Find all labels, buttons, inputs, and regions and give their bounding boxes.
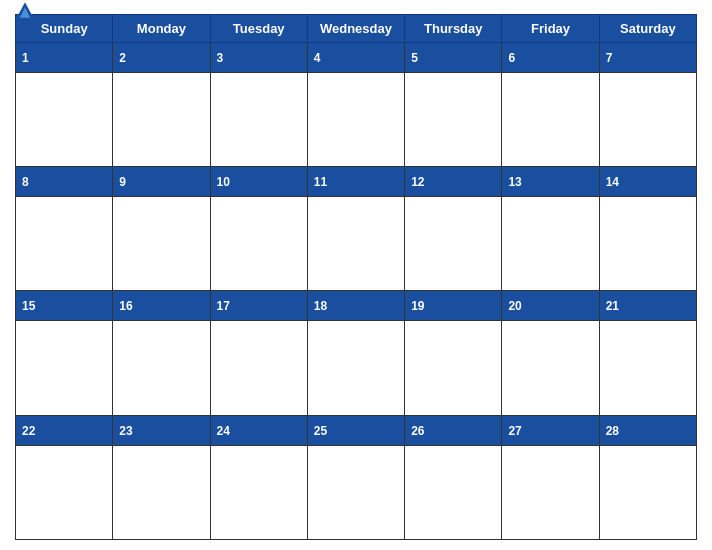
logo [15,1,39,19]
day-number-8: 8 [22,175,29,189]
date-cell-21: 21 [599,291,696,321]
content-cell-week3-day6 [599,321,696,415]
date-cell-18: 18 [307,291,404,321]
date-cell-26: 26 [405,415,502,445]
day-number-20: 20 [508,299,521,313]
date-cell-24: 24 [210,415,307,445]
date-cell-5: 5 [405,43,502,73]
date-cell-12: 12 [405,167,502,197]
day-number-25: 25 [314,424,327,438]
date-cell-3: 3 [210,43,307,73]
content-cell-week1-day1 [113,72,210,166]
content-cell-week4-day0 [16,445,113,539]
content-cell-week3-day0 [16,321,113,415]
day-number-7: 7 [606,51,613,65]
content-cell-week3-day4 [405,321,502,415]
content-cell-week3-day1 [113,321,210,415]
day-number-10: 10 [217,175,230,189]
content-cell-week2-day3 [307,197,404,291]
date-cell-27: 27 [502,415,599,445]
content-cell-week3-day3 [307,321,404,415]
content-row-1 [16,72,697,166]
content-cell-week2-day4 [405,197,502,291]
day-number-15: 15 [22,299,35,313]
day-number-27: 27 [508,424,521,438]
content-cell-week1-day3 [307,72,404,166]
day-number-16: 16 [119,299,132,313]
day-header-thursday: Thursday [405,15,502,43]
day-number-23: 23 [119,424,132,438]
content-cell-week4-day2 [210,445,307,539]
day-number-24: 24 [217,424,230,438]
date-cell-17: 17 [210,291,307,321]
day-number-6: 6 [508,51,515,65]
days-header-row: SundayMondayTuesdayWednesdayThursdayFrid… [16,15,697,43]
day-number-28: 28 [606,424,619,438]
date-cell-25: 25 [307,415,404,445]
date-cell-8: 8 [16,167,113,197]
content-row-3 [16,321,697,415]
content-row-4 [16,445,697,539]
content-cell-week1-day6 [599,72,696,166]
date-row-2: 891011121314 [16,167,697,197]
day-number-13: 13 [508,175,521,189]
date-cell-7: 7 [599,43,696,73]
content-cell-week4-day1 [113,445,210,539]
date-row-4: 22232425262728 [16,415,697,445]
content-cell-week2-day0 [16,197,113,291]
day-number-3: 3 [217,51,224,65]
day-header-wednesday: Wednesday [307,15,404,43]
calendar-table: SundayMondayTuesdayWednesdayThursdayFrid… [15,14,697,540]
content-cell-week2-day1 [113,197,210,291]
day-header-friday: Friday [502,15,599,43]
day-number-11: 11 [314,175,327,189]
content-row-2 [16,197,697,291]
day-number-21: 21 [606,299,619,313]
date-cell-16: 16 [113,291,210,321]
date-cell-2: 2 [113,43,210,73]
date-cell-4: 4 [307,43,404,73]
date-cell-22: 22 [16,415,113,445]
date-cell-9: 9 [113,167,210,197]
content-cell-week4-day3 [307,445,404,539]
content-cell-week1-day5 [502,72,599,166]
date-cell-19: 19 [405,291,502,321]
day-number-26: 26 [411,424,424,438]
date-cell-15: 15 [16,291,113,321]
day-number-2: 2 [119,51,126,65]
date-cell-10: 10 [210,167,307,197]
day-header-tuesday: Tuesday [210,15,307,43]
day-number-4: 4 [314,51,321,65]
day-header-monday: Monday [113,15,210,43]
day-number-18: 18 [314,299,327,313]
content-cell-week3-day2 [210,321,307,415]
content-cell-week1-day2 [210,72,307,166]
day-number-22: 22 [22,424,35,438]
content-cell-week1-day0 [16,72,113,166]
date-cell-28: 28 [599,415,696,445]
content-cell-week4-day5 [502,445,599,539]
date-row-3: 15161718192021 [16,291,697,321]
day-number-1: 1 [22,51,29,65]
content-cell-week2-day5 [502,197,599,291]
content-cell-week2-day2 [210,197,307,291]
date-cell-14: 14 [599,167,696,197]
day-number-19: 19 [411,299,424,313]
content-cell-week3-day5 [502,321,599,415]
logo-icon [15,1,35,19]
day-number-5: 5 [411,51,418,65]
date-cell-23: 23 [113,415,210,445]
content-cell-week2-day6 [599,197,696,291]
content-cell-week1-day4 [405,72,502,166]
day-number-12: 12 [411,175,424,189]
day-header-saturday: Saturday [599,15,696,43]
date-cell-11: 11 [307,167,404,197]
day-number-17: 17 [217,299,230,313]
date-cell-6: 6 [502,43,599,73]
content-cell-week4-day6 [599,445,696,539]
content-cell-week4-day4 [405,445,502,539]
date-row-1: 1234567 [16,43,697,73]
date-cell-1: 1 [16,43,113,73]
day-number-9: 9 [119,175,126,189]
day-number-14: 14 [606,175,619,189]
